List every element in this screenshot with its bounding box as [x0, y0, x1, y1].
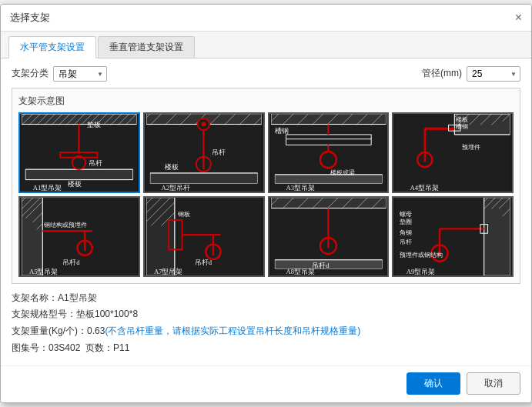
- svg-point-45: [201, 122, 206, 126]
- toolbar-left: 支架分类 吊架 托架 卡架: [12, 66, 107, 82]
- svg-text:楼板: 楼板: [68, 180, 82, 188]
- svg-text:吊杆: 吊杆: [89, 159, 102, 167]
- diameter-label: 管径(mm): [422, 67, 462, 80]
- bracket-item-a7[interactable]: 钢板 吊杆d A7型吊架: [143, 196, 265, 277]
- bracket-item-a2[interactable]: 楼板 吊杆 A2型吊杆: [143, 112, 265, 193]
- bracket-item-a5[interactable]: 钢结构或预埋件 吊杆d A5型吊架: [18, 196, 140, 277]
- toolbar-row: 支架分类 吊架 托架 卡架 管径(mm) 15 20 25 32: [12, 66, 520, 82]
- bracket-item-a1[interactable]: 垫板 楼板 吊杆 A1型吊架: [18, 112, 140, 193]
- svg-text:A8型吊架: A8型吊架: [286, 268, 315, 275]
- svg-text:A7型吊架: A7型吊架: [154, 268, 183, 275]
- svg-text:钢结构或预埋件: 钢结构或预埋件: [43, 222, 87, 229]
- select-bracket-dialog: 选择支架 × 水平管支架设置 垂直管道支架设置 支架分类 吊架 托架 卡架 管径…: [0, 4, 532, 403]
- svg-text:A1型吊架: A1型吊架: [33, 184, 62, 192]
- close-button[interactable]: ×: [515, 12, 522, 24]
- bracket-info: 支架名称：A1型吊架 支架规格型号：垫板100*100*8 支架重量(Kg/个)…: [12, 290, 520, 356]
- category-select[interactable]: 吊架 托架 卡架: [53, 66, 107, 82]
- info-weight-note: (不含吊杆重量，请根据实际工程设置吊杆长度和吊杆规格重量): [105, 325, 360, 336]
- bracket-grid: 垫板 楼板 吊杆 A1型吊架: [18, 112, 514, 277]
- info-weight-label: 支架重量(Kg/个)：: [12, 325, 87, 336]
- svg-text:垫圈: 垫圈: [400, 218, 412, 225]
- info-model-row: 支架规格型号：垫板100*100*8: [12, 306, 520, 323]
- svg-rect-48: [150, 173, 257, 183]
- svg-text:吊杆: 吊杆: [400, 238, 412, 245]
- category-select-wrapper[interactable]: 吊架 托架 卡架: [53, 66, 107, 82]
- info-weight-value: 0.63: [87, 325, 105, 336]
- toolbar-right: 管径(mm) 15 20 25 32 40 50: [422, 66, 520, 82]
- grid-section-title: 支架示意图: [18, 95, 514, 108]
- bracket-item-a4[interactable]: 楼板 预埋件 槽钢 A4型吊架: [392, 112, 514, 193]
- bracket-item-a8[interactable]: 吊杆d A8型吊架: [268, 196, 390, 277]
- svg-rect-22: [25, 169, 132, 179]
- svg-text:A9型吊架: A9型吊架: [407, 268, 436, 275]
- svg-text:预埋件或钢结构: 预埋件或钢结构: [400, 252, 443, 259]
- svg-rect-71: [275, 175, 382, 184]
- svg-text:吊杆: 吊杆: [212, 148, 226, 156]
- info-page-value: P11: [113, 342, 129, 353]
- svg-rect-143: [484, 198, 510, 275]
- svg-text:槽钢: 槽钢: [456, 123, 468, 130]
- svg-text:A5型吊架: A5型吊架: [29, 268, 59, 275]
- diameter-select[interactable]: 15 20 25 32 40 50: [467, 66, 520, 82]
- svg-text:A2型吊杆: A2型吊杆: [161, 184, 190, 192]
- svg-text:A3型吊架: A3型吊架: [286, 184, 315, 192]
- tab-horizontal[interactable]: 水平管支架设置: [8, 36, 96, 58]
- cancel-button[interactable]: 取消: [467, 372, 520, 395]
- info-name-value: A1型吊架: [58, 292, 97, 303]
- svg-rect-96: [22, 198, 42, 275]
- bracket-grid-section: 支架示意图: [12, 88, 520, 284]
- svg-text:槽钢: 槽钢: [275, 127, 289, 135]
- category-label: 支架分类: [12, 67, 49, 80]
- svg-rect-111: [146, 198, 175, 275]
- svg-text:预埋件: 预埋件: [462, 144, 480, 151]
- info-weight-row: 支架重量(Kg/个)：0.63(不含吊杆重量，请根据实际工程设置吊杆长度和吊杆规…: [12, 323, 520, 340]
- bracket-item-a3[interactable]: 槽钢 楼板或梁 A3型吊架: [268, 112, 390, 193]
- info-atlas-label: 图集号：: [12, 342, 49, 353]
- bracket-item-a9[interactable]: 螺母 垫圈 角钢 吊杆 预埋件或钢结构 A9型吊架: [392, 196, 514, 277]
- dialog-title: 选择支架: [10, 11, 50, 25]
- dialog-content: 支架分类 吊架 托架 卡架 管径(mm) 15 20 25 32: [1, 58, 531, 365]
- title-bar: 选择支架 ×: [1, 5, 531, 32]
- info-name-label: 支架名称：: [12, 292, 58, 303]
- tab-vertical[interactable]: 垂直管道支架设置: [98, 36, 195, 58]
- info-model-value: 垫板100*100*8: [76, 309, 138, 319]
- svg-text:A4型吊架: A4型吊架: [410, 184, 440, 192]
- dialog-footer: 确认 取消: [1, 365, 531, 402]
- info-page-label: 页数：: [85, 342, 113, 353]
- svg-text:楼板: 楼板: [165, 163, 179, 171]
- info-atlas-row: 图集号：03S402 页数：P11: [12, 340, 520, 357]
- svg-text:楼板或梁: 楼板或梁: [330, 169, 355, 176]
- tab-bar: 水平管支架设置 垂直管道支架设置: [1, 32, 531, 58]
- info-atlas-value: 03S402: [49, 342, 80, 353]
- svg-text:楼板: 楼板: [456, 115, 468, 122]
- svg-text:吊杆d: 吊杆d: [195, 258, 212, 265]
- svg-text:垫板: 垫板: [87, 121, 101, 128]
- confirm-button[interactable]: 确认: [407, 372, 460, 395]
- svg-text:螺母: 螺母: [400, 211, 412, 218]
- info-model-label: 支架规格型号：: [12, 309, 76, 319]
- diameter-select-wrapper[interactable]: 15 20 25 32 40 50: [467, 66, 520, 82]
- svg-text:吊杆d: 吊杆d: [62, 258, 80, 265]
- svg-text:钢板: 钢板: [176, 211, 189, 218]
- info-name-row: 支架名称：A1型吊架: [12, 290, 520, 307]
- svg-text:角钢: 角钢: [400, 229, 412, 236]
